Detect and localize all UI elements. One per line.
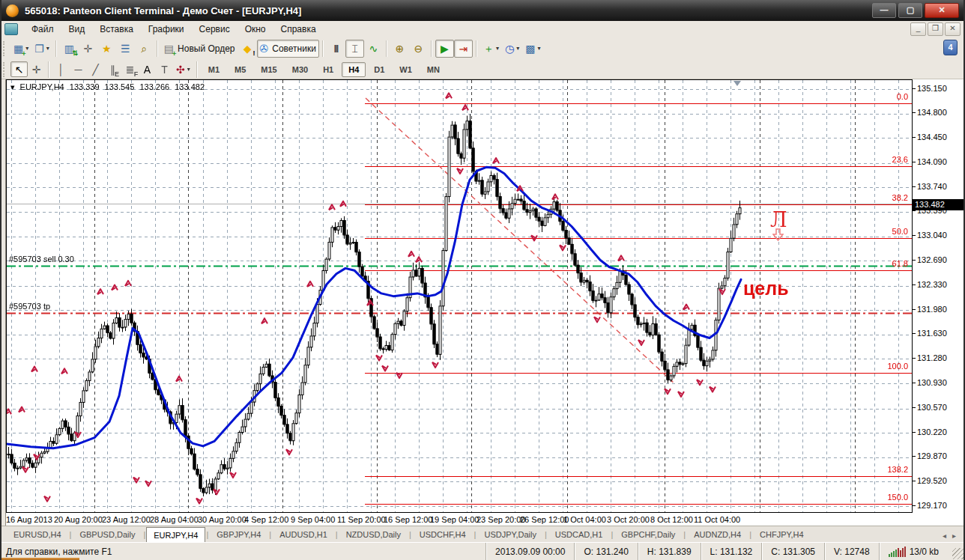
chart-tab-usdjpy[interactable]: USDJPY,Daily <box>477 527 544 542</box>
time-label: 9 Sep 04:00 <box>291 515 335 524</box>
mdi-restore-button[interactable]: ❐ <box>928 22 943 36</box>
annotation-goal-text[interactable]: цель <box>743 278 789 299</box>
chart-tab-usdcad[interactable]: USDCAD,H1 <box>548 527 611 542</box>
status-open: O: 131.240 <box>574 543 637 560</box>
bar-low-value: 133.266 <box>139 82 169 91</box>
mdi-close-button[interactable]: ✕ <box>945 22 961 36</box>
data-window-button[interactable]: ✛ <box>79 40 97 58</box>
strategy-tester-button[interactable]: ⌕ <box>135 40 154 58</box>
cursor-button[interactable]: ↖ <box>10 61 28 77</box>
price-tick: 134.450 <box>917 133 947 142</box>
current-price-box: 133.482 <box>913 199 965 210</box>
menu-item-1[interactable]: Вид <box>61 22 93 36</box>
price-tick: 129.520 <box>917 476 947 486</box>
maximize-button[interactable]: ▢ <box>898 3 922 18</box>
timeframe-m15[interactable]: M15 <box>254 62 283 77</box>
warning-button[interactable]: ◆! <box>238 40 257 58</box>
chart-tab-chfjpy[interactable]: CHFJPY,H4 <box>752 527 811 542</box>
close-button[interactable]: ✕ <box>925 3 959 18</box>
time-label: 23 Sep 20:00 <box>477 515 525 524</box>
chart-tab-eurjpy[interactable]: EURJPY,H4 <box>146 527 205 543</box>
minimize-button[interactable]: — <box>872 3 896 18</box>
auto-scroll-button[interactable]: ▶ <box>435 40 454 58</box>
templates-icon: ▩ <box>525 43 535 54</box>
time-label: 11 Sep 20:00 <box>337 515 386 524</box>
market-watch-icon: ▥⇅ <box>64 43 74 54</box>
profiles-button[interactable]: ❐▾ <box>31 40 52 58</box>
annotation-down-arrow-icon[interactable] <box>772 228 784 244</box>
zoom-in-button[interactable]: ⊕ <box>390 40 409 58</box>
menu-item-2[interactable]: Вставка <box>92 22 141 36</box>
trendline-button[interactable]: ╱ <box>87 61 104 77</box>
chart-tab-usdchf[interactable]: USDCHF,H4 <box>412 527 474 542</box>
time-label: 30 Aug 20:00 <box>198 515 246 524</box>
chart-shift-marker[interactable] <box>733 81 741 86</box>
profiles-icon: ❐ <box>34 43 44 54</box>
timeframe-h1[interactable]: H1 <box>316 62 340 77</box>
crosshair-button[interactable]: ✛ <box>28 61 45 77</box>
menu-item-5[interactable]: Окно <box>238 22 273 36</box>
text-button[interactable]: A <box>139 61 156 77</box>
chart-tab-nzdusd[interactable]: NZDUSD,Daily <box>339 527 408 542</box>
chart-shift-button[interactable]: ⇥ <box>454 40 473 58</box>
chart-menu-icon[interactable] <box>4 23 18 35</box>
bar-chart-button[interactable]: ||| <box>327 40 345 58</box>
equidistant-channel-button[interactable]: ∥E <box>104 61 121 77</box>
menu-item-3[interactable]: Графики <box>141 22 192 36</box>
chart-tab-audnzd[interactable]: AUDNZD,H4 <box>686 527 748 542</box>
horizontal-line-button[interactable]: ─ <box>70 61 87 77</box>
tab-scroll-right-icon[interactable]: ▸ <box>949 532 959 540</box>
notification-badge[interactable]: 4 <box>943 40 958 55</box>
toolbar1-separator <box>476 40 477 57</box>
traffic-value: 13/0 kb <box>910 547 939 557</box>
fibonacci-retracement-button[interactable]: ≣F <box>121 61 139 77</box>
timeframe-m1[interactable]: M1 <box>202 62 226 77</box>
market-watch-overlay-icon: ⇅ <box>72 50 78 57</box>
market-watch-button[interactable]: ▥⇅ <box>60 40 79 58</box>
candlestick-chart-button[interactable]: ⌶ <box>345 40 364 58</box>
chart-tab-audusd[interactable]: AUDUSD,H1 <box>272 527 335 542</box>
new-chart-button[interactable]: ▦＋▾ <box>10 40 31 58</box>
terminal-window: 565018: Panteon Client Terminal - Демо С… <box>0 0 965 560</box>
line-chart-button[interactable]: ∿ <box>364 40 383 58</box>
price-tick: 131.280 <box>917 353 947 363</box>
indicators-button[interactable]: ＋▾ <box>480 40 502 58</box>
new-order-button[interactable]: ▤＋Новый Ордер <box>161 40 238 58</box>
timeframe-m30[interactable]: M30 <box>285 62 315 77</box>
time-label: 23 Aug 12:00 <box>102 515 151 524</box>
zoom-out-button[interactable]: ⊖ <box>409 40 428 58</box>
navigator-button[interactable]: ★ <box>97 40 116 58</box>
timeframe-d1[interactable]: D1 <box>367 62 391 77</box>
shapes-button[interactable]: ✣▾ <box>173 61 193 77</box>
timeframe-h4[interactable]: H4 <box>342 62 366 77</box>
drawing-toolbar: ↖✛│─╱∥E≣FAT✣▾M1M5M15M30H1H4D1W1MN <box>0 60 965 79</box>
timeframe-m5[interactable]: M5 <box>228 62 252 77</box>
periods-button[interactable]: ◷▾ <box>502 40 522 58</box>
timeframe-mn[interactable]: MN <box>420 62 447 77</box>
toolbar-grip[interactable] <box>3 62 7 77</box>
menu-item-4[interactable]: Сервис <box>192 22 238 36</box>
chart-tab-eurusd[interactable]: EURUSD,H4 <box>6 527 69 542</box>
fib-level-label: 100.0 <box>887 362 908 371</box>
status-low: L: 131.132 <box>701 543 762 560</box>
collapse-triangle-icon[interactable]: ▾ <box>10 82 15 91</box>
chart-tab-gbpchf[interactable]: GBPCHF,Daily <box>614 527 683 542</box>
trendline-icon: ╱ <box>92 64 98 75</box>
menu-item-6[interactable]: Справка <box>273 22 324 36</box>
price-tick: 132.690 <box>917 255 947 265</box>
tab-scroll-left-icon[interactable]: ◂ <box>940 532 949 540</box>
order-tp-label: #595703 tp <box>9 302 50 311</box>
expert-advisors-button[interactable]: ✇Советники <box>257 40 319 58</box>
menu-item-0[interactable]: Файл <box>24 22 61 36</box>
resize-grip[interactable] <box>952 548 964 559</box>
timeframe-w1[interactable]: W1 <box>393 62 419 77</box>
terminal-button[interactable]: ☰ <box>116 40 135 58</box>
templates-button[interactable]: ▩▾ <box>522 40 543 58</box>
chart-tab-gbpusd[interactable]: GBPUSD,Daily <box>72 527 142 542</box>
toolbar-grip[interactable] <box>3 41 7 56</box>
chart-tab-gbpjpy[interactable]: GBPJPY,H4 <box>209 527 268 542</box>
text-label-button[interactable]: T <box>156 61 173 77</box>
vertical-line-button[interactable]: │ <box>52 61 70 77</box>
price-tick: 131.980 <box>917 305 947 314</box>
mdi-minimize-button[interactable]: _ <box>910 22 926 36</box>
